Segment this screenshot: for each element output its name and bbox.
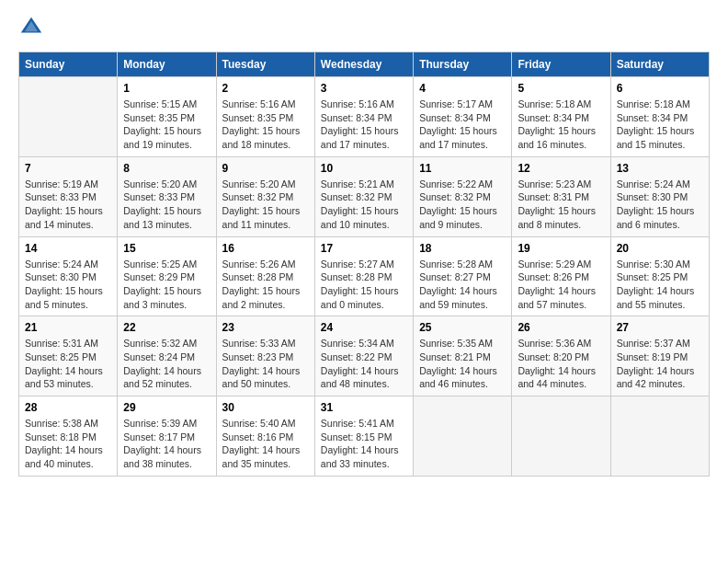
day-info: Sunrise: 5:36 AMSunset: 8:20 PMDaylight:… bbox=[518, 337, 604, 391]
day-number: 25 bbox=[419, 321, 506, 334]
calendar-cell: 7Sunrise: 5:19 AMSunset: 8:33 PMDaylight… bbox=[19, 156, 118, 236]
header-sunday: Sunday bbox=[19, 52, 118, 77]
day-info: Sunrise: 5:38 AMSunset: 8:18 PMDaylight:… bbox=[25, 417, 111, 471]
day-number: 21 bbox=[25, 321, 111, 334]
calendar-cell: 29Sunrise: 5:39 AMSunset: 8:17 PMDayligh… bbox=[118, 396, 216, 477]
day-number: 30 bbox=[222, 401, 309, 414]
day-number: 18 bbox=[419, 242, 506, 255]
header-tuesday: Tuesday bbox=[216, 52, 314, 77]
day-info: Sunrise: 5:34 AMSunset: 8:22 PMDaylight:… bbox=[321, 337, 407, 391]
day-number: 9 bbox=[222, 162, 309, 175]
calendar-cell: 19Sunrise: 5:29 AMSunset: 8:26 PMDayligh… bbox=[512, 236, 610, 316]
day-number: 31 bbox=[321, 401, 407, 414]
day-info: Sunrise: 5:22 AMSunset: 8:32 PMDaylight:… bbox=[419, 178, 506, 232]
calendar-cell: 30Sunrise: 5:40 AMSunset: 8:16 PMDayligh… bbox=[216, 396, 314, 477]
day-number: 1 bbox=[123, 82, 210, 95]
header-thursday: Thursday bbox=[414, 52, 512, 77]
day-number: 14 bbox=[25, 242, 111, 255]
calendar-cell: 22Sunrise: 5:32 AMSunset: 8:24 PMDayligh… bbox=[118, 316, 216, 396]
calendar-table: SundayMondayTuesdayWednesdayThursdayFrid… bbox=[18, 52, 710, 477]
day-info: Sunrise: 5:26 AMSunset: 8:28 PMDaylight:… bbox=[222, 258, 309, 312]
week-row-3: 21Sunrise: 5:31 AMSunset: 8:25 PMDayligh… bbox=[19, 316, 710, 396]
day-number: 19 bbox=[518, 242, 604, 255]
calendar-header: SundayMondayTuesdayWednesdayThursdayFrid… bbox=[19, 52, 710, 77]
calendar-cell bbox=[414, 396, 512, 477]
header-saturday: Saturday bbox=[610, 52, 709, 77]
calendar-cell: 3Sunrise: 5:16 AMSunset: 8:34 PMDaylight… bbox=[314, 77, 413, 157]
day-number: 20 bbox=[617, 242, 703, 255]
calendar-cell: 24Sunrise: 5:34 AMSunset: 8:22 PMDayligh… bbox=[314, 316, 413, 396]
week-row-1: 7Sunrise: 5:19 AMSunset: 8:33 PMDaylight… bbox=[19, 156, 710, 236]
calendar-cell: 21Sunrise: 5:31 AMSunset: 8:25 PMDayligh… bbox=[19, 316, 118, 396]
day-info: Sunrise: 5:18 AMSunset: 8:34 PMDaylight:… bbox=[617, 98, 703, 152]
calendar-cell: 1Sunrise: 5:15 AMSunset: 8:35 PMDaylight… bbox=[118, 77, 216, 157]
day-info: Sunrise: 5:33 AMSunset: 8:23 PMDaylight:… bbox=[222, 337, 309, 391]
day-info: Sunrise: 5:28 AMSunset: 8:27 PMDaylight:… bbox=[419, 258, 506, 312]
day-number: 24 bbox=[321, 321, 407, 334]
day-info: Sunrise: 5:30 AMSunset: 8:25 PMDaylight:… bbox=[617, 258, 703, 312]
calendar-cell bbox=[19, 77, 118, 157]
day-number: 23 bbox=[222, 321, 309, 334]
day-info: Sunrise: 5:40 AMSunset: 8:16 PMDaylight:… bbox=[222, 417, 309, 471]
calendar-cell: 25Sunrise: 5:35 AMSunset: 8:21 PMDayligh… bbox=[414, 316, 512, 396]
calendar-cell: 5Sunrise: 5:18 AMSunset: 8:34 PMDaylight… bbox=[512, 77, 610, 157]
page-header bbox=[18, 15, 710, 40]
calendar-cell: 16Sunrise: 5:26 AMSunset: 8:28 PMDayligh… bbox=[216, 236, 314, 316]
calendar-cell: 10Sunrise: 5:21 AMSunset: 8:32 PMDayligh… bbox=[314, 156, 413, 236]
day-number: 29 bbox=[123, 401, 210, 414]
day-info: Sunrise: 5:25 AMSunset: 8:29 PMDaylight:… bbox=[123, 258, 210, 312]
day-info: Sunrise: 5:37 AMSunset: 8:19 PMDaylight:… bbox=[617, 337, 703, 391]
calendar-body: 1Sunrise: 5:15 AMSunset: 8:35 PMDaylight… bbox=[19, 77, 710, 477]
day-number: 4 bbox=[419, 82, 506, 95]
day-number: 15 bbox=[123, 242, 210, 255]
day-number: 28 bbox=[25, 401, 111, 414]
calendar-cell: 9Sunrise: 5:20 AMSunset: 8:32 PMDaylight… bbox=[216, 156, 314, 236]
calendar-cell: 4Sunrise: 5:17 AMSunset: 8:34 PMDaylight… bbox=[414, 77, 512, 157]
day-number: 10 bbox=[321, 162, 407, 175]
calendar-cell: 28Sunrise: 5:38 AMSunset: 8:18 PMDayligh… bbox=[19, 396, 118, 477]
day-info: Sunrise: 5:35 AMSunset: 8:21 PMDaylight:… bbox=[419, 337, 506, 391]
day-number: 27 bbox=[617, 321, 703, 334]
day-info: Sunrise: 5:23 AMSunset: 8:31 PMDaylight:… bbox=[518, 178, 604, 232]
day-number: 17 bbox=[321, 242, 407, 255]
week-row-0: 1Sunrise: 5:15 AMSunset: 8:35 PMDaylight… bbox=[19, 77, 710, 157]
header-row: SundayMondayTuesdayWednesdayThursdayFrid… bbox=[19, 52, 710, 77]
calendar-cell: 11Sunrise: 5:22 AMSunset: 8:32 PMDayligh… bbox=[414, 156, 512, 236]
header-wednesday: Wednesday bbox=[314, 52, 413, 77]
day-number: 6 bbox=[617, 82, 703, 95]
header-monday: Monday bbox=[118, 52, 216, 77]
calendar-cell bbox=[512, 396, 610, 477]
day-info: Sunrise: 5:20 AMSunset: 8:33 PMDaylight:… bbox=[123, 178, 210, 232]
day-number: 3 bbox=[321, 82, 407, 95]
day-number: 12 bbox=[518, 162, 604, 175]
day-number: 13 bbox=[617, 162, 703, 175]
day-info: Sunrise: 5:24 AMSunset: 8:30 PMDaylight:… bbox=[617, 178, 703, 232]
day-info: Sunrise: 5:32 AMSunset: 8:24 PMDaylight:… bbox=[123, 337, 210, 391]
calendar-cell: 15Sunrise: 5:25 AMSunset: 8:29 PMDayligh… bbox=[118, 236, 216, 316]
calendar-cell: 8Sunrise: 5:20 AMSunset: 8:33 PMDaylight… bbox=[118, 156, 216, 236]
day-info: Sunrise: 5:31 AMSunset: 8:25 PMDaylight:… bbox=[25, 337, 111, 391]
day-info: Sunrise: 5:20 AMSunset: 8:32 PMDaylight:… bbox=[222, 178, 309, 232]
week-row-2: 14Sunrise: 5:24 AMSunset: 8:30 PMDayligh… bbox=[19, 236, 710, 316]
day-info: Sunrise: 5:17 AMSunset: 8:34 PMDaylight:… bbox=[419, 98, 506, 152]
day-info: Sunrise: 5:41 AMSunset: 8:15 PMDaylight:… bbox=[321, 417, 407, 471]
calendar-cell: 6Sunrise: 5:18 AMSunset: 8:34 PMDaylight… bbox=[610, 77, 709, 157]
calendar-cell: 23Sunrise: 5:33 AMSunset: 8:23 PMDayligh… bbox=[216, 316, 314, 396]
day-number: 22 bbox=[123, 321, 210, 334]
day-info: Sunrise: 5:29 AMSunset: 8:26 PMDaylight:… bbox=[518, 258, 604, 312]
day-info: Sunrise: 5:18 AMSunset: 8:34 PMDaylight:… bbox=[518, 98, 604, 152]
calendar-cell: 26Sunrise: 5:36 AMSunset: 8:20 PMDayligh… bbox=[512, 316, 610, 396]
calendar-cell: 17Sunrise: 5:27 AMSunset: 8:28 PMDayligh… bbox=[314, 236, 413, 316]
day-info: Sunrise: 5:19 AMSunset: 8:33 PMDaylight:… bbox=[25, 178, 111, 232]
week-row-4: 28Sunrise: 5:38 AMSunset: 8:18 PMDayligh… bbox=[19, 396, 710, 477]
day-number: 26 bbox=[518, 321, 604, 334]
logo bbox=[18, 15, 46, 40]
calendar-cell: 18Sunrise: 5:28 AMSunset: 8:27 PMDayligh… bbox=[414, 236, 512, 316]
logo-icon bbox=[18, 15, 44, 40]
calendar-cell: 20Sunrise: 5:30 AMSunset: 8:25 PMDayligh… bbox=[610, 236, 709, 316]
day-number: 5 bbox=[518, 82, 604, 95]
day-info: Sunrise: 5:24 AMSunset: 8:30 PMDaylight:… bbox=[25, 258, 111, 312]
calendar-cell bbox=[610, 396, 709, 477]
calendar-cell: 2Sunrise: 5:16 AMSunset: 8:35 PMDaylight… bbox=[216, 77, 314, 157]
calendar-cell: 13Sunrise: 5:24 AMSunset: 8:30 PMDayligh… bbox=[610, 156, 709, 236]
